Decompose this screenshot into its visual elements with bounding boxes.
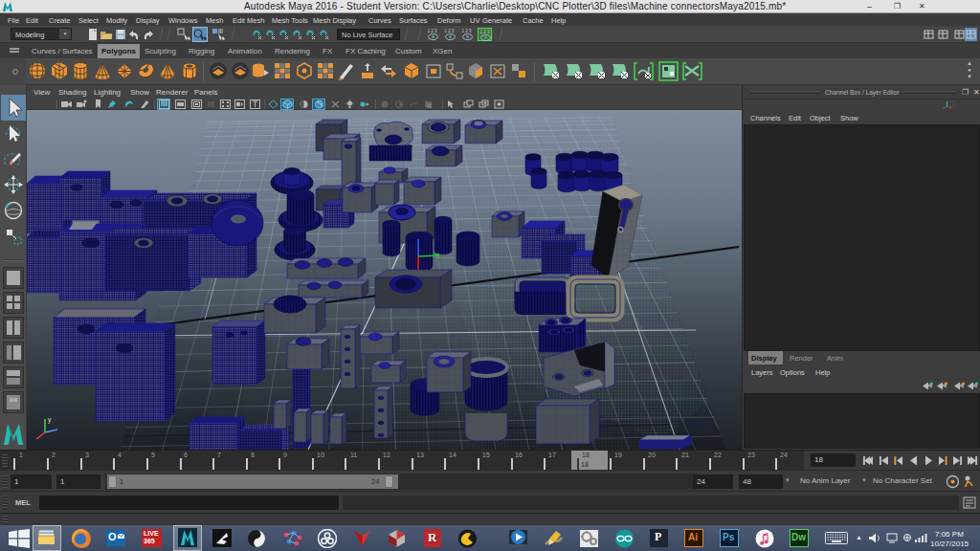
svg-text:y: y xyxy=(48,416,52,424)
